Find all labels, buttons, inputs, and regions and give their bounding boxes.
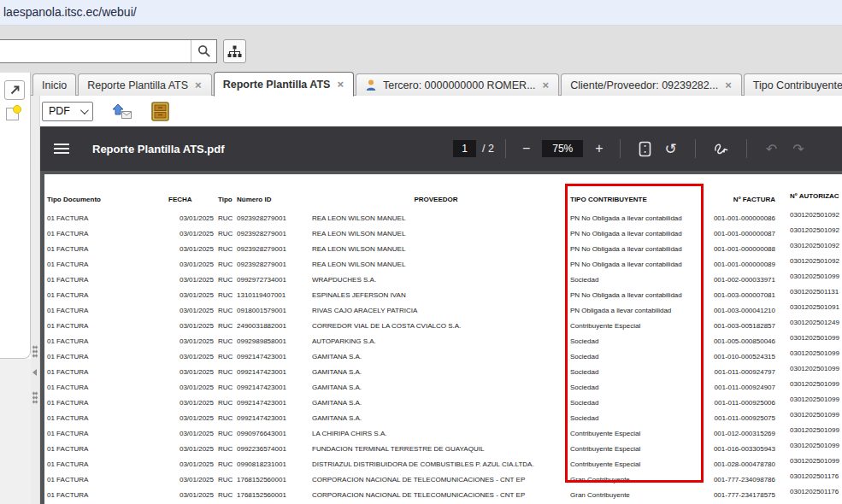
cell-fecha: 03/01/2025 [161, 491, 214, 499]
search-button[interactable] [191, 40, 216, 62]
cell-numero-id: 0992147423001 [237, 368, 288, 376]
cell-numero-id: 0992147423001 [237, 384, 288, 391]
cell-tipo-contribuyente: Sociedad [570, 276, 698, 284]
undo-button[interactable]: ↶ [758, 141, 785, 157]
cell-tipo-contribuyente: Sociedad [570, 353, 698, 360]
cell-n-factura: 001-001-000000086 [707, 214, 775, 222]
cell-proveedor: LA CHIRIPA CHIRS S.A. [312, 430, 560, 437]
cell-numero-id: 0992147423001 [237, 353, 288, 360]
zoom-level-display: 75% [542, 140, 583, 157]
cell-tipo: RUC [218, 399, 237, 407]
draw-ink-button[interactable] [714, 142, 728, 155]
zoom-out-button[interactable]: − [517, 141, 535, 156]
cell-numero-id: 0992236574001 [237, 445, 288, 453]
chevron-down-icon [80, 106, 89, 114]
cell-tipo: RUC [218, 322, 237, 330]
archive-button[interactable] [151, 102, 169, 121]
ink-squiggle-icon [714, 142, 728, 155]
cell-tipo: RUC [218, 460, 237, 468]
cell-n-factura: 001-016-003305943 [707, 445, 775, 453]
tab-close-icon[interactable]: × [194, 79, 203, 91]
cell-tipo-contribuyente: Contribuyente Especial [570, 445, 698, 453]
cell-tipo: RUC [218, 384, 237, 391]
cell-tipo: RUC [218, 337, 237, 345]
cell-tipo-documento: 01 FACTURA [44, 445, 161, 453]
cell-numero-id: 0990976643001 [237, 430, 288, 437]
search-box [0, 39, 217, 63]
tab-close-icon[interactable]: × [336, 79, 344, 90]
cell-fecha: 03/01/2025 [161, 445, 214, 453]
tab-close-icon[interactable]: × [724, 79, 733, 91]
table-row: 01 FACTURA03/01/2025RUC0923928279001REA … [44, 210, 842, 226]
note-indicator-icon[interactable] [6, 108, 19, 120]
cell-proveedor: GAMITANA S.A. [312, 368, 560, 376]
cell-proveedor: RIVAS CAJO ARACELY PATRICIA [312, 307, 560, 314]
app-window: laespanola.itsc.ec/webui/ Inici [0, 0, 842, 504]
cell-tipo-documento: 01 FACTURA [44, 307, 161, 314]
cell-numero-id: 0992147423001 [237, 414, 288, 422]
cell-numero-id: 0923928279001 [237, 230, 288, 237]
cell-tipo-contribuyente: PN No Obligada a llevar contabilidad [570, 214, 698, 222]
page-number-input[interactable]: 1 [453, 140, 476, 157]
cell-numero-id: 1768152560001 [237, 476, 288, 483]
pdf-menu-icon[interactable] [54, 141, 69, 156]
cell-fecha: 03/01/2025 [161, 399, 214, 407]
cell-proveedor: CORPORACION NACIONAL DE TELECOMUNICACION… [312, 476, 560, 483]
table-row: 01 FACTURA03/01/2025RUC0992989858001AUTO… [44, 333, 842, 349]
cell-n-autorizacion: 0301202501099 [790, 334, 842, 342]
cell-n-autorizacion: 0301202501092 [790, 211, 842, 219]
cell-numero-id: 0992147423001 [237, 399, 288, 407]
fit-to-page-button[interactable] [639, 141, 651, 157]
table-row: 01 FACTURA03/01/2025RUC0992236574001FUND… [44, 441, 842, 456]
cell-tipo: RUC [218, 353, 237, 360]
cell-tipo-documento: 01 FACTURA [44, 460, 161, 468]
tab-close-icon[interactable]: × [542, 79, 551, 91]
tab-reporte-plantilla-ats-1[interactable]: Reporte Plantilla ATS× [78, 73, 211, 96]
cell-tipo-contribuyente: PN No Obligada a llevar contabilidad [570, 291, 698, 299]
cell-tipo-contribuyente: Gran Contribuyente [570, 491, 698, 499]
cell-tipo-documento: 01 FACTURA [44, 291, 161, 299]
pdf-page: Tipo Documento FECHA Tipo Número ID PROV… [44, 174, 842, 504]
tab-tipo-contribuyente[interactable]: Tipo Contribuyente: PN [744, 73, 842, 96]
tab-tercero[interactable]: Tercero: 0000000000 ROMER...× [356, 73, 559, 96]
zoom-in-button[interactable]: + [590, 141, 608, 156]
cell-numero-id: 0923928279001 [237, 214, 288, 222]
cell-n-autorizacion: 0301202501099 [790, 365, 842, 372]
cell-tipo-contribuyente: PN No Obligada a llevar contabilidad [570, 245, 698, 253]
table-row: 01 FACTURA03/01/2025RUC0992147423001GAMI… [44, 379, 842, 395]
cell-fecha: 03/01/2025 [161, 430, 214, 437]
cell-tipo-documento: 01 FACTURA [44, 476, 161, 483]
tab-reporte-plantilla-ats-2[interactable]: Reporte Plantilla ATS× [214, 72, 354, 97]
magnifier-icon [197, 44, 211, 58]
cell-proveedor: CORPORACION NACIONAL DE TELECOMUNICACION… [312, 491, 560, 499]
cell-tipo-documento: 01 FACTURA [44, 214, 161, 222]
expand-window-button[interactable] [4, 80, 25, 100]
table-row: 01 FACTURA03/01/2025RUC0992147423001GAMI… [44, 410, 842, 425]
cell-n-autorizacion: 0301202501092 [790, 226, 842, 234]
search-input[interactable] [0, 40, 191, 62]
cell-proveedor: AUTOPARKING S.A. [312, 337, 560, 345]
header-tipo: Tipo [218, 196, 237, 203]
splitter-grip-bottom[interactable] [32, 391, 38, 404]
table-row: 01 FACTURA03/01/2025RUC1310119407001ESPI… [44, 287, 842, 302]
rotate-button[interactable]: ↺ [665, 140, 677, 158]
page-url[interactable]: laespanola.itsc.ec/webui/ [3, 5, 137, 19]
cell-proveedor: ESPINALES JEFERSON IVAN [312, 291, 560, 299]
tab-inicio[interactable]: Inicio [32, 73, 76, 96]
sitemap-button[interactable] [223, 39, 246, 63]
tab-cliente-proveedor[interactable]: Cliente/Proveedor: 09239282...× [561, 73, 742, 96]
cell-n-autorizacion: 0301202501099 [790, 273, 842, 280]
cell-fecha: 03/01/2025 [161, 261, 214, 268]
tab-label: Tipo Contribuyente: PN [753, 79, 842, 91]
collapse-panel-arrow-icon[interactable] [32, 369, 37, 376]
report-toolbar: PDF [40, 96, 842, 126]
format-select[interactable]: PDF [42, 102, 93, 121]
panel-splitter[interactable] [31, 96, 40, 504]
rotate-icon: ↺ [665, 140, 677, 158]
splitter-grip-top[interactable] [32, 345, 38, 358]
person-icon [365, 79, 377, 91]
send-report-button[interactable] [112, 103, 132, 120]
redo-button[interactable]: ↷ [785, 141, 811, 157]
pdf-toolbar: Reporte Plantilla ATS.pdf 1 / 2 − 75% + [40, 126, 842, 171]
cell-fecha: 03/01/2025 [161, 245, 214, 253]
